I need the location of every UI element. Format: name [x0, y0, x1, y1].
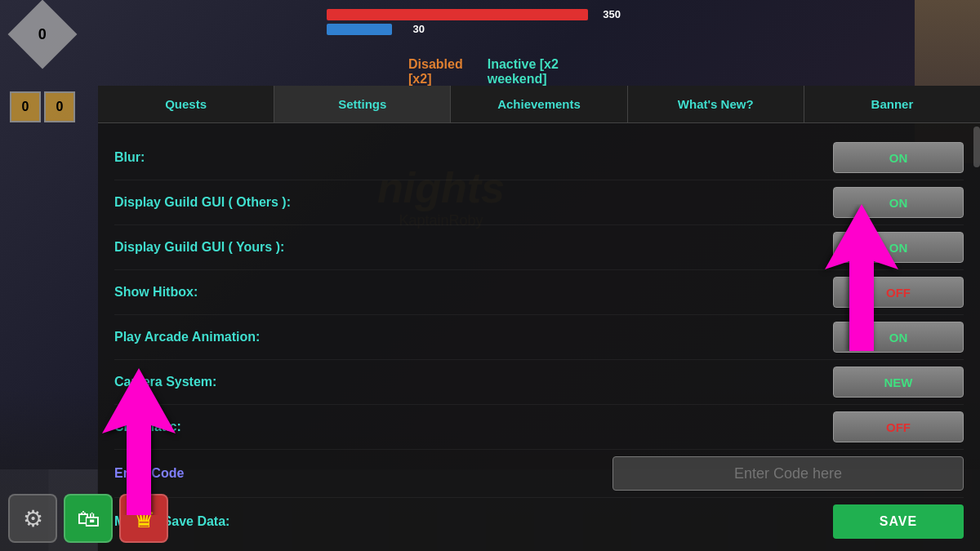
health-bar-red [327, 9, 588, 20]
settings-toolbar-button[interactable]: ⚙ [8, 494, 57, 543]
setting-row-cinematic: Cinematic: OFF [114, 405, 964, 450]
setting-row-blur: Blur: ON [114, 136, 964, 180]
diamond-score: 0 [8, 0, 78, 69]
arcade-toggle[interactable]: ON [833, 322, 964, 353]
cinematic-toggle[interactable]: OFF [833, 411, 964, 442]
setting-row-hitbox: Show Hitbox: OFF [114, 270, 964, 315]
setting-row-camera: Camera System: NEW [114, 360, 964, 405]
guild-others-toggle[interactable]: ON [833, 187, 964, 218]
tab-achievements[interactable]: Achievements [451, 86, 627, 122]
settings-content: Blur: ON Display Guild GUI ( Others ): O… [98, 123, 980, 551]
arcade-label: Play Arcade Animation: [114, 330, 825, 344]
tab-settings[interactable]: Settings [274, 86, 451, 122]
guild-others-label: Display Guild GUI ( Others ): [114, 195, 825, 210]
tab-bar: Quests Settings Achievements What's New?… [98, 86, 980, 123]
hitbox-control: OFF [825, 277, 964, 308]
camera-toggle[interactable]: NEW [833, 367, 964, 398]
enter-code-label: Enter Code [114, 466, 612, 481]
shop-toolbar-button[interactable]: 🛍 [64, 494, 113, 543]
health-bars: 350 30 Disabled [x2] Inactive [x2 weeken… [327, 8, 653, 38]
hitbox-toggle[interactable]: OFF [833, 277, 964, 308]
guild-yours-control: ON [825, 232, 964, 263]
camera-control: NEW [825, 367, 964, 398]
shop-icon: 🛍 [77, 505, 100, 532]
blur-label: Blur: [114, 150, 825, 165]
health-bar-blue [327, 24, 392, 35]
energy-row: 30 [327, 23, 653, 35]
hitbox-label: Show Hitbox: [114, 285, 825, 300]
blur-toggle[interactable]: ON [833, 142, 964, 173]
score-left: 0 [10, 91, 41, 122]
bottom-toolbar: ⚙ 🛍 ♛ [8, 494, 168, 543]
setting-row-arcade: Play Arcade Animation: ON [114, 315, 964, 360]
setting-row-guild-others: Display Guild GUI ( Others ): ON [114, 180, 964, 225]
hud-top: 0 0 0 350 30 Disabled [x2] Inactive [x2 … [0, 0, 980, 90]
cinematic-label: Cinematic: [114, 420, 825, 434]
cinematic-control: OFF [825, 411, 964, 442]
code-input[interactable] [612, 456, 964, 491]
tab-banner[interactable]: Banner [804, 86, 980, 122]
arcade-control: ON [825, 322, 964, 353]
save-row: Manual Save Data: SAVE [114, 498, 964, 545]
guild-yours-toggle[interactable]: ON [833, 232, 964, 263]
score-right: 0 [44, 91, 75, 122]
main-panel: Quests Settings Achievements What's New?… [98, 86, 980, 551]
guild-others-control: ON [825, 187, 964, 218]
guild-yours-label: Display Guild GUI ( Yours ): [114, 240, 825, 255]
enter-code-row: Enter Code [114, 450, 964, 498]
status-bar: Disabled [x2] Inactive [x2 weekend] [408, 57, 572, 87]
save-label: Manual Save Data: [114, 514, 833, 529]
scrollbar[interactable] [973, 127, 980, 167]
crown-icon: ♛ [132, 503, 156, 534]
status-inactive: Inactive [x2 weekend] [488, 57, 572, 87]
settings-icon: ⚙ [23, 505, 43, 532]
health-value: 350 [592, 8, 621, 20]
health-row: 350 [327, 8, 653, 20]
energy-value: 30 [396, 23, 425, 35]
blur-control: ON [825, 142, 964, 173]
camera-label: Camera System: [114, 375, 825, 389]
setting-row-guild-yours: Display Guild GUI ( Yours ): ON [114, 225, 964, 270]
save-button[interactable]: SAVE [833, 504, 964, 539]
tab-quests[interactable]: Quests [98, 86, 274, 122]
score-boxes: 0 0 [10, 91, 75, 122]
crown-toolbar-button[interactable]: ♛ [119, 494, 168, 543]
diamond-value: 0 [38, 25, 47, 42]
status-disabled: Disabled [x2] [408, 57, 463, 87]
tab-whats-new[interactable]: What's New? [628, 86, 804, 122]
